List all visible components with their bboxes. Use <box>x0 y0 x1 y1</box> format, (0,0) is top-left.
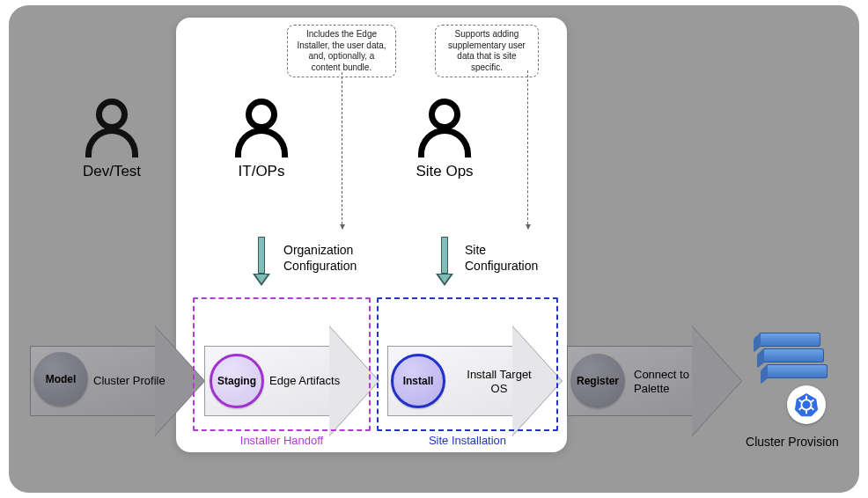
org-config-arrow <box>255 237 268 286</box>
callout-arrow-siteops <box>527 70 528 229</box>
phase-installer-handoff-label: Installer Handoff <box>195 434 369 447</box>
stage-register: Register <box>570 354 625 408</box>
phase-site-installation: Site Installation <box>377 297 558 431</box>
person-icon <box>81 99 143 157</box>
persona-siteops-label: Site Ops <box>401 163 489 180</box>
callout-siteops: Supports adding supplementary user data … <box>435 25 539 77</box>
persona-devtest-label: Dev/Test <box>72 163 151 180</box>
phase-site-installation-label: Site Installation <box>379 434 556 447</box>
site-config-label: Site Configuration <box>465 243 538 274</box>
stage-model-label: Model <box>46 373 77 385</box>
stage-model: Model <box>33 352 88 406</box>
kubernetes-icon <box>787 385 826 424</box>
callout-arrow-itops <box>342 72 342 229</box>
person-icon <box>414 99 475 157</box>
result-label: Cluster Provision <box>731 435 854 449</box>
persona-devtest: Dev/Test <box>81 99 151 180</box>
phase-installer-handoff: Installer Handoff <box>193 297 371 431</box>
persona-siteops: Site Ops <box>414 99 489 180</box>
flow-output-model: Cluster Profile <box>93 374 190 388</box>
stage-register-label: Register <box>577 375 619 387</box>
callout-itops: Includes the Edge Installer, the user da… <box>287 25 396 77</box>
org-config-label: Organization Configuration <box>283 243 357 274</box>
flow-output-register: Connect to Palette <box>634 368 731 395</box>
site-config-arrow <box>438 237 451 286</box>
person-icon <box>231 99 292 157</box>
persona-itops-label: IT/OPs <box>222 163 301 180</box>
persona-itops: IT/OPs <box>231 99 301 180</box>
